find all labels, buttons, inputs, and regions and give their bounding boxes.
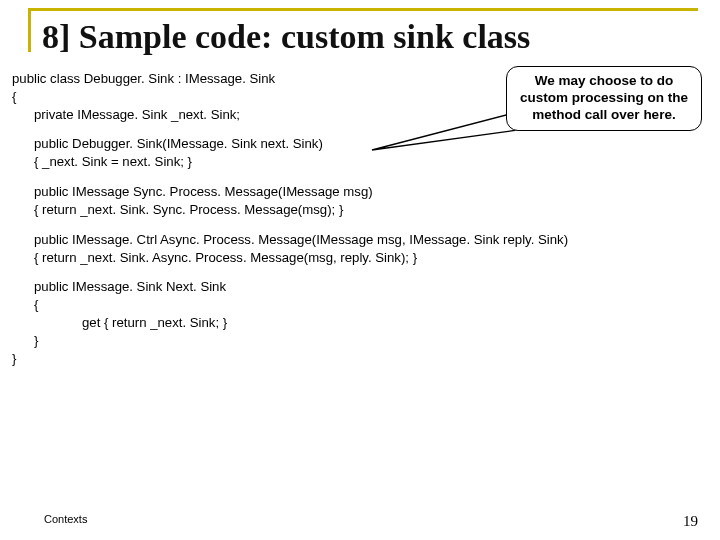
code-line: } — [12, 350, 708, 368]
code-line: } — [12, 332, 708, 350]
code-line: { — [12, 296, 708, 314]
code-line: { return _next. Sink. Async. Process. Me… — [12, 249, 708, 267]
footer: Contexts 19 — [0, 513, 720, 530]
code-line: public IMessage. Ctrl Async. Process. Me… — [12, 231, 708, 249]
slide-title: 8] Sample code: custom sink class — [42, 14, 530, 56]
code-line: { _next. Sink = next. Sink; } — [12, 153, 708, 171]
code-line: public IMessage Sync. Process. Message(I… — [12, 183, 708, 201]
code-line: public Debugger. Sink(IMessage. Sink nex… — [12, 135, 708, 153]
code-line: get { return _next. Sink; } — [12, 314, 708, 332]
callout-pointer — [370, 100, 520, 160]
code-line: public IMessage. Sink Next. Sink — [12, 278, 708, 296]
callout-text: We may choose to do custom processing on… — [520, 73, 688, 122]
svg-marker-0 — [372, 112, 518, 150]
page-number: 19 — [683, 513, 698, 530]
callout-bubble: We may choose to do custom processing on… — [506, 66, 702, 131]
title-area: 8] Sample code: custom sink class — [0, 0, 720, 64]
code-line: { return _next. Sink. Sync. Process. Mes… — [12, 201, 708, 219]
footer-left: Contexts — [44, 513, 87, 530]
